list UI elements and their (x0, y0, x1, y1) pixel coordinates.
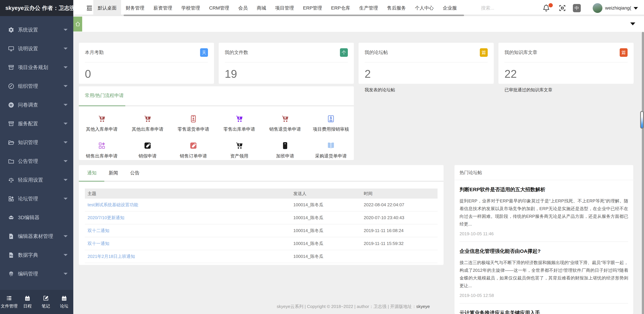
flow-shortcut-label: 销售订单申请 (180, 153, 207, 159)
cart-down-icon (235, 115, 243, 123)
quickbar-item-label: 文件管理 (1, 303, 18, 309)
quickbar-item[interactable]: 日程 (18, 290, 36, 314)
cart-plus-icon (98, 115, 106, 123)
quickbar-item[interactable]: 论坛 (55, 290, 73, 314)
pen-filled-icon (144, 142, 152, 150)
notice-time: 2022-08-04 22:04:07 (364, 202, 438, 207)
top-menu-item[interactable]: ERP仓库 (326, 0, 355, 16)
footer: skyeye云系列 | Copyright © 2018~2022 | auth… (73, 304, 633, 310)
flow-shortcut[interactable]: 加班申请 (262, 137, 308, 164)
notice-subject-link[interactable]: test测试系统基础设置功能 (88, 202, 138, 207)
flow-shortcut[interactable]: 零售出库单申请 (216, 110, 262, 137)
notice-table-row: 2021年2月18日上班通知100014_陈冬瓜 (85, 250, 438, 263)
notice-table: 主题发送人时间 test测试系统基础设置功能100014_陈冬瓜2022-08-… (85, 189, 438, 263)
forum-post-title[interactable]: 判断ERP软件是否适用的五大招数解析 (460, 186, 628, 193)
sidebar-item[interactable]: Rx数据字典 (0, 246, 73, 264)
top-menu-item[interactable]: 学校管理 (177, 0, 204, 16)
notice-subject-link[interactable]: 2020/7/10更新通知 (88, 215, 124, 220)
vertical-scrollbar-thumb[interactable] (640, 111, 644, 129)
flow-shortcut[interactable]: 销售订单申请 (170, 137, 216, 164)
flow-shortcut[interactable]: 项目费用报销审核 (308, 110, 354, 137)
sidebar-item[interactable]: 说明设置 (0, 39, 73, 58)
quickbar-item-label: 论坛 (60, 303, 68, 309)
sidebar-item[interactable]: 系统设置 (0, 20, 73, 39)
top-menu-item[interactable]: 默认桌面 (93, 0, 121, 16)
pen-filled-icon (189, 142, 198, 150)
folder-icon (8, 158, 14, 164)
user-menu[interactable]: weizhiqiang( (605, 0, 631, 16)
top-menu-item[interactable]: 项目管理 (271, 0, 298, 16)
flow-shortcut[interactable]: 销售退货单申请 (262, 110, 308, 137)
flow-shortcut[interactable]: 零售退货单申请 (170, 110, 216, 137)
notice-table-row: test测试系统基础设置功能100014_陈冬瓜2022-08-04 22:04… (85, 199, 438, 211)
sidebar-item[interactable]: 知识管理 (0, 133, 73, 152)
notice-tab[interactable]: 新闻 (109, 165, 118, 181)
flow-shortcut[interactable]: 采购退货单申请 (308, 137, 354, 164)
notice-subject-link[interactable]: 双十一通知 (88, 241, 109, 246)
sidebar-item-label: 问卷调查 (18, 101, 38, 108)
sidebar-item[interactable]: 公告管理 (0, 152, 73, 171)
top-menu-item[interactable]: 生产管理 (355, 0, 382, 16)
notice-subject-link[interactable]: 双十二通知 (88, 228, 109, 233)
fingerprint-icon (8, 271, 14, 277)
sidebar-item-label: 数据字典 (18, 252, 38, 259)
avatar[interactable] (593, 3, 602, 13)
svg-text:Rx: Rx (10, 254, 13, 257)
monitor-icon (8, 45, 14, 52)
notice-table-row: 双十二通知100014_陈冬瓜2019-11-11 16:08:24 (85, 224, 438, 237)
notice-tab[interactable]: 公告 (130, 165, 140, 181)
flow-grid: 其他入库单申请其他出库单申请零售退货单申请零售出库单申请销售退货单申请项目费用报… (79, 110, 354, 164)
stat-card-title: 我的文件数 (225, 49, 340, 56)
top-menu-item[interactable]: 薪资管理 (149, 0, 177, 16)
notice-subject-link[interactable]: 2021年2月18日上班通知 (88, 254, 135, 259)
forum-post-title[interactable]: 云计算业务推进应从非关键应用入手 (460, 310, 628, 314)
sidebar-item[interactable]: 3D编辑器 (0, 208, 73, 227)
top-menu-item[interactable]: 商城 (252, 0, 271, 16)
flow-shortcut[interactable]: 销售出库单申请 (79, 137, 124, 164)
sidebar-item[interactable]: 编码管理 (0, 264, 73, 283)
top-menu-item[interactable]: 会员 (234, 0, 252, 16)
quickbar-item[interactable]: 笔记 (37, 290, 55, 314)
stat-card-badge: 个 (340, 48, 348, 57)
chevron-down-icon (64, 198, 68, 200)
language-icon[interactable]: 中 (573, 4, 581, 12)
tab-list-caret-icon[interactable] (630, 22, 635, 25)
sidebar-item[interactable]: 项目业务规划 (0, 58, 73, 77)
menu-fold-icon[interactable] (86, 4, 93, 12)
home-tab-button[interactable] (73, 16, 82, 31)
sidebar-item[interactable]: P编辑器素材管理 (0, 227, 73, 246)
chevron-down-icon (64, 85, 68, 87)
chevron-down-icon (64, 160, 68, 162)
chevron-down-icon (64, 29, 68, 31)
flow-shortcut[interactable]: 其他入库单申请 (79, 110, 124, 137)
flow-shortcut[interactable]: 其他出库单申请 (124, 110, 170, 137)
top-menu-item[interactable]: 企业服 (438, 0, 461, 16)
flow-shortcut[interactable]: 销假申请 (124, 137, 170, 164)
org-icon (8, 83, 14, 89)
sidebar-item[interactable]: 服务配置 (0, 114, 73, 133)
top-menu-scrollbar-thumb[interactable] (124, 14, 464, 16)
sidebar-item[interactable]: 论坛管理 (0, 189, 73, 208)
flow-shortcut[interactable]: 资产领用 (216, 137, 262, 164)
sidebar-item[interactable]: 组织管理 (0, 77, 73, 95)
flow-shortcut-label: 资产领用 (230, 153, 248, 159)
file-rx-icon: Rx (8, 252, 14, 258)
forum-post-title[interactable]: 企业信息化管理强化能否由OA撑起? (460, 248, 628, 255)
footer-link[interactable]: skyeye (416, 304, 430, 309)
forum-posts: 判断ERP软件是否适用的五大招数解析提到ERP，业界对于ERP最早的印象莫过于是… (454, 180, 633, 314)
search-input[interactable]: 搜索... (481, 0, 535, 16)
vertical-scrollbar-track[interactable] (642, 32, 644, 314)
sidebar-item[interactable]: 问卷调查 (0, 95, 73, 114)
notice-tab[interactable]: 通知 (87, 165, 96, 181)
sidebar-item[interactable]: 轻应用设置 (0, 171, 73, 189)
top-menu-item[interactable]: 售后服务 (382, 0, 410, 16)
fullscreen-icon[interactable] (558, 4, 566, 12)
top-menu-item[interactable]: CRM管理 (204, 0, 234, 16)
notifications-bell-icon[interactable] (542, 4, 550, 12)
top-menu-item[interactable]: 财务管理 (121, 0, 149, 16)
flow-shortcut-label: 销售出库单申请 (86, 153, 118, 159)
top-menu-item[interactable]: ERP管理 (298, 0, 327, 16)
user-caret-icon[interactable] (634, 7, 638, 9)
top-menu-item[interactable]: 个人中心 (410, 0, 438, 16)
quickbar-item[interactable]: 文件管理 (0, 290, 18, 314)
